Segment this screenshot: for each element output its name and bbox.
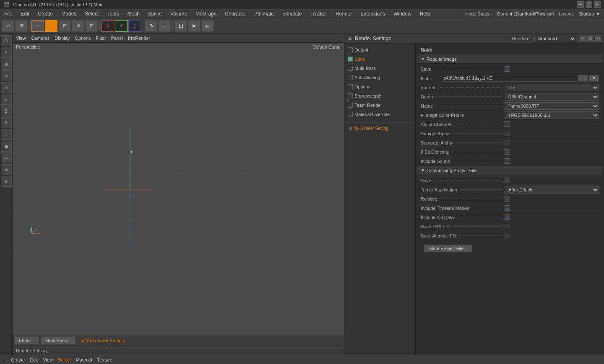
viewport[interactable]: Perspective Default Came	[13, 43, 344, 335]
comp-save-checkbox[interactable]	[505, 178, 510, 183]
close-btn[interactable]: ×	[594, 1, 601, 8]
cameras-menu[interactable]: Cameras	[31, 36, 50, 41]
sound-checkbox[interactable]	[505, 158, 510, 164]
menu-spline[interactable]: Spline	[144, 9, 166, 18]
menu-volume[interactable]: Volume	[166, 9, 191, 18]
axis-x[interactable]: X	[102, 20, 114, 32]
rotate-tool[interactable]: ↗	[45, 20, 57, 32]
menu-tracker[interactable]: Tracker	[306, 9, 331, 18]
view-menu[interactable]: View	[16, 36, 26, 41]
render-view[interactable]: ▶	[188, 20, 200, 32]
icp-dropdown[interactable]: sRGB IEC61966-2.1	[505, 111, 599, 119]
depth-dropdown[interactable]: 0 Bit/Channel	[505, 93, 599, 101]
menu-window[interactable]: Window	[389, 9, 416, 18]
menu-select[interactable]: Select	[81, 9, 103, 18]
nav-options-checkbox[interactable]	[348, 84, 353, 89]
menu-tools[interactable]: Tools	[103, 9, 123, 18]
left-icon-2[interactable]: +	[1, 47, 12, 58]
nav-stereoscopic[interactable]: Stereoscopic	[344, 91, 415, 101]
prorender-menu[interactable]: ProRender	[128, 36, 150, 41]
menu-extensions[interactable]: Extensions	[356, 9, 389, 18]
separate-alpha-checkbox[interactable]	[505, 140, 510, 145]
render-to-pic[interactable]: 🎞	[174, 20, 187, 32]
timeline-marker-checkbox[interactable]	[505, 205, 510, 211]
fbx-checkbox[interactable]	[505, 224, 510, 229]
material-menu[interactable]: Material	[76, 357, 92, 362]
render-panel-maximize[interactable]: □	[587, 36, 593, 41]
nav-save[interactable]: ✓ Save	[344, 54, 415, 64]
undo-btn[interactable]: ↩	[2, 20, 14, 32]
minimize-btn[interactable]: ─	[577, 1, 584, 8]
save-project-btn[interactable]: Save Project File...	[424, 245, 472, 252]
nav-antialiasing[interactable]: Anti-Aliasing	[344, 73, 415, 82]
nav-multipass-checkbox[interactable]	[348, 66, 353, 71]
filter-menu[interactable]: Filter	[96, 36, 106, 41]
scale-tool[interactable]: ⊞	[58, 20, 71, 32]
format-dropdown[interactable]: TIF	[505, 84, 599, 91]
regular-save-checkbox[interactable]	[505, 66, 510, 72]
select-menu[interactable]: Select	[58, 357, 71, 362]
options-menu[interactable]: Options	[75, 36, 91, 41]
nav-materialoverride[interactable]: Material Override	[344, 110, 415, 119]
add-btn[interactable]: +	[158, 20, 171, 32]
redo-btn[interactable]: ⟲	[15, 20, 28, 32]
left-icon-11[interactable]: ◎	[1, 152, 12, 163]
layout-expand[interactable]: ▼	[596, 11, 604, 16]
render-panel-minimize[interactable]: ─	[580, 36, 586, 41]
title-bar-controls[interactable]: ─ □ ×	[577, 1, 601, 8]
left-icon-12[interactable]: ⊕	[1, 164, 12, 175]
straight-alpha-checkbox[interactable]	[505, 131, 510, 136]
left-icon-1[interactable]: ⬡	[1, 35, 12, 46]
transform-tool[interactable]: ⊡	[85, 20, 98, 32]
name-dropdown[interactable]: Name0000.TIF	[505, 102, 599, 110]
left-icon-13[interactable]: ≡	[1, 176, 12, 187]
menu-character[interactable]: Character	[221, 9, 251, 18]
menu-edit[interactable]: Edit	[16, 9, 34, 18]
nav-materialoverride-checkbox[interactable]	[348, 112, 353, 117]
target-app-dropdown[interactable]: After Effects	[505, 186, 599, 194]
panel-menu[interactable]: Panel	[111, 36, 123, 41]
nav-save-checkbox[interactable]: ✓	[348, 57, 353, 62]
select-tool[interactable]: ↺	[72, 20, 84, 32]
menu-help[interactable]: Help	[416, 9, 435, 18]
alembic-checkbox[interactable]	[505, 233, 510, 238]
file-expand-btn[interactable]: ▼	[589, 75, 599, 82]
create-menu[interactable]: Create	[11, 357, 25, 362]
compositing-header[interactable]: ▼ Compositing Project File	[417, 166, 602, 175]
nav-teamrender-checkbox[interactable]	[348, 103, 353, 108]
alpha-checkbox[interactable]	[505, 121, 510, 127]
display-menu[interactable]: Display	[55, 36, 70, 41]
icp-expand[interactable]: ▶	[421, 113, 424, 117]
menu-animate[interactable]: Animate	[251, 9, 278, 18]
menu-mesh[interactable]: Mesh	[123, 9, 143, 18]
menu-render[interactable]: Render	[331, 9, 356, 18]
relative-checkbox[interactable]	[505, 196, 510, 201]
3ddata-checkbox[interactable]	[505, 214, 510, 220]
regular-image-header[interactable]: ▼ Regular Image	[417, 54, 602, 64]
maximize-btn[interactable]: □	[586, 1, 592, 8]
left-icon-5[interactable]: ⊙	[1, 82, 12, 93]
world-space-btn[interactable]: ⊕	[145, 20, 157, 32]
nav-stereoscopic-checkbox[interactable]	[348, 93, 353, 98]
left-icon-7[interactable]: S	[1, 106, 12, 116]
move-btn[interactable]: ○	[31, 20, 44, 32]
left-icon-6[interactable]: S	[1, 94, 12, 105]
file-browse-btn[interactable]: ···	[578, 75, 588, 82]
renderer-dropdown[interactable]: Standard	[534, 35, 576, 42]
view-menu[interactable]: View	[43, 357, 53, 362]
menu-modes[interactable]: Modes	[57, 9, 81, 18]
render-setting-item[interactable]: ⊡ My Render Setting	[346, 124, 414, 132]
nav-output-checkbox[interactable]	[348, 47, 353, 52]
menu-mograph[interactable]: MoGraph	[191, 9, 221, 18]
dithering-checkbox[interactable]	[505, 149, 510, 155]
left-icon-9[interactable]: /	[1, 129, 12, 140]
timeline-menu-icon[interactable]: ≡	[3, 357, 6, 362]
menu-file[interactable]: File	[0, 9, 16, 18]
left-icon-4[interactable]: ↺	[1, 70, 12, 81]
axis-z[interactable]: Z	[128, 20, 141, 32]
menu-create[interactable]: Create	[34, 9, 57, 18]
left-icon-3[interactable]: ⊞	[1, 59, 12, 70]
render-panel-close[interactable]: ×	[595, 36, 601, 41]
texture-menu[interactable]: Texture	[97, 357, 112, 362]
effect-btn[interactable]: Effect...	[14, 336, 39, 345]
